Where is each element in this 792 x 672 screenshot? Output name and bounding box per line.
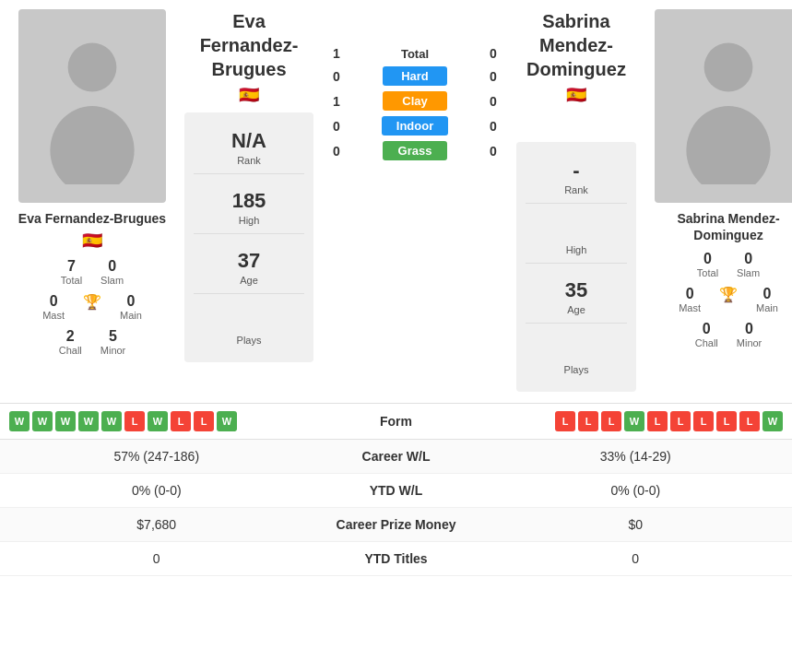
player1-stats-panel: Eva Fernandez-Brugues 🇪🇸 N/A Rank 185 Hi… [175, 9, 323, 392]
career-wl-label: Career W/L [304, 449, 489, 464]
form-badge-w: W [78, 411, 99, 431]
player2-card: Sabrina Mendez-Dominguez 0 Total 0 Slam … [645, 9, 792, 392]
player2-stats-panel: Sabrina Mendez-Dominguez 🇪🇸 - Rank High … [507, 9, 645, 392]
player2-stat-row3: 0 Chall 0 Minor [695, 321, 762, 348]
player1-slam: 0 Slam [100, 258, 124, 286]
svg-point-0 [68, 43, 117, 92]
player2-high-box: High [526, 211, 627, 264]
prize-row: $7,680 Career Prize Money $0 [0, 508, 792, 542]
player1-form: WWWWWLWLLW [9, 411, 323, 431]
player1-card: Eva Fernandez-Brugues 🇪🇸 7 Total 0 Slam … [9, 9, 175, 392]
players-section: Eva Fernandez-Brugues 🇪🇸 7 Total 0 Slam … [0, 0, 792, 392]
player2-stat-row: 0 Total 0 Slam [697, 251, 760, 278]
player2-chall: 0 Chall [695, 321, 718, 348]
player2-avatar [655, 9, 792, 203]
player1-header-name: Eva Fernandez-Brugues [184, 9, 313, 81]
form-badge-l: L [647, 411, 668, 431]
form-badge-w: W [32, 411, 53, 431]
player1-stats-grid: N/A Rank 185 High 37 Age Plays [184, 112, 313, 362]
player2-header-name: Sabrina Mendez-Dominguez [516, 9, 636, 81]
form-badge-w: W [148, 411, 168, 431]
player2-prize: $0 [489, 517, 784, 532]
player2-minor: 0 Minor [737, 321, 762, 348]
svg-point-3 [686, 106, 770, 184]
player1-rank-box: N/A Rank [194, 122, 304, 174]
player1-age-box: 37 Age [194, 242, 304, 294]
player2-name: Sabrina Mendez-Dominguez [645, 210, 792, 243]
ytd-titles-label: YTD Titles [304, 551, 489, 566]
match-grass-row: 0 Grass 0 [323, 141, 507, 160]
player2-slam: 0 Slam [737, 251, 760, 278]
match-center: 1 Total 0 0 Hard 0 1 Clay 0 0 Indoor 0 [323, 46, 507, 392]
player2-header-flag: 🇪🇸 [566, 85, 586, 105]
player1-ytd-titles: 0 [9, 551, 304, 566]
prize-label: Career Prize Money [304, 517, 489, 532]
player1-ytd-wl: 0% (0-0) [9, 483, 304, 498]
player1-stat-row2: 0 Mast 🏆 0 Main [42, 293, 142, 321]
form-badge-l: L [601, 411, 621, 431]
main-container: Eva Fernandez-Brugues 🇪🇸 7 Total 0 Slam … [0, 0, 792, 576]
player1-name: Eva Fernandez-Brugues [18, 210, 166, 227]
player1-mast: 0 Mast [42, 293, 65, 321]
player1-trophy: 🏆 [83, 293, 101, 321]
match-clay-row: 1 Clay 0 [323, 91, 507, 111]
match-total-row: 1 Total 0 [323, 46, 507, 61]
player2-ytd-titles: 0 [489, 551, 784, 566]
player1-stat-row: 7 Total 0 Slam [61, 258, 124, 286]
form-badge-w: W [217, 411, 237, 431]
form-badge-l: L [670, 411, 691, 431]
ytd-wl-row: 0% (0-0) YTD W/L 0% (0-0) [0, 474, 792, 508]
form-badge-l: L [578, 411, 598, 431]
player1-minor: 5 Minor [100, 328, 126, 356]
player2-total: 0 Total [697, 251, 718, 278]
form-badge-w: W [624, 411, 644, 431]
form-badge-l: L [716, 411, 737, 431]
form-section: WWWWWLWLLW Form LLLWLLLLLW [0, 403, 792, 440]
ytd-titles-row: 0 YTD Titles 0 [0, 542, 792, 576]
career-wl-row: 57% (247-186) Career W/L 33% (14-29) [0, 440, 792, 474]
form-badge-w: W [101, 411, 122, 431]
match-hard-row: 0 Hard 0 [323, 66, 507, 86]
player1-stat-row3: 2 Chall 5 Minor [59, 328, 126, 356]
form-badge-w: W [55, 411, 76, 431]
player2-trophy: 🏆 [719, 286, 738, 313]
form-badge-l: L [739, 411, 760, 431]
ytd-wl-label: YTD W/L [304, 483, 489, 498]
form-badge-l: L [124, 411, 145, 431]
player2-stat-row2: 0 Mast 🏆 0 Main [679, 286, 778, 313]
player2-ytd-wl: 0% (0-0) [489, 483, 784, 498]
player1-total: 7 Total [61, 258, 82, 286]
player2-stats-grid: - Rank High 35 Age Plays [516, 142, 636, 392]
player2-career-wl: 33% (14-29) [489, 449, 784, 464]
form-badge-l: L [693, 411, 714, 431]
player2-age-box: 35 Age [526, 271, 627, 324]
player2-main: 0 Main [756, 286, 778, 313]
form-badge-l: L [171, 411, 191, 431]
player1-flag: 🇪🇸 [82, 230, 102, 251]
svg-point-2 [704, 43, 753, 92]
player2-rank-box: - Rank [526, 151, 627, 204]
player2-form: LLLWLLLLLW [470, 411, 784, 431]
player1-avatar [18, 9, 166, 203]
form-badge-w: W [762, 411, 783, 431]
player1-chall: 2 Chall [59, 328, 82, 356]
player1-header-flag: 🇪🇸 [239, 85, 259, 105]
player1-plays-box: Plays [194, 301, 304, 353]
player2-plays-box: Plays [526, 331, 627, 383]
form-badge-l: L [555, 411, 575, 431]
form-label: Form [323, 414, 470, 429]
player1-main: 0 Main [120, 293, 142, 321]
player1-prize: $7,680 [9, 517, 304, 532]
match-indoor-row: 0 Indoor 0 [323, 116, 507, 136]
player1-career-wl: 57% (247-186) [9, 449, 304, 464]
form-badge-l: L [194, 411, 214, 431]
svg-point-1 [50, 106, 134, 184]
form-badge-w: W [9, 411, 30, 431]
player1-high-box: 185 High [194, 182, 304, 234]
player2-mast: 0 Mast [679, 286, 701, 313]
